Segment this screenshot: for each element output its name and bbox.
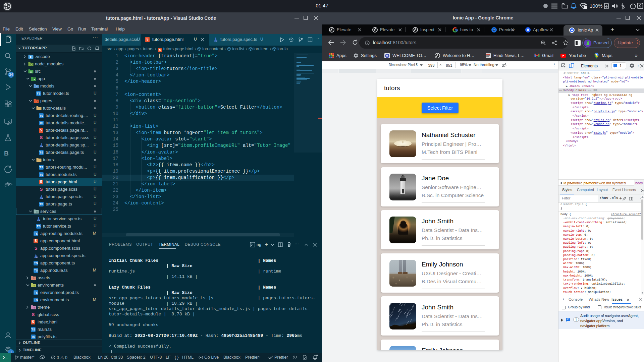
svg-text:ts: ts: [42, 145, 43, 147]
svg-text:ts: ts: [39, 219, 40, 221]
svg-text:n: n: [31, 63, 32, 65]
svg-text:ts: ts: [42, 197, 43, 199]
svg-text:ts: ts: [36, 256, 38, 258]
svg-text:ts: ts: [216, 40, 217, 42]
